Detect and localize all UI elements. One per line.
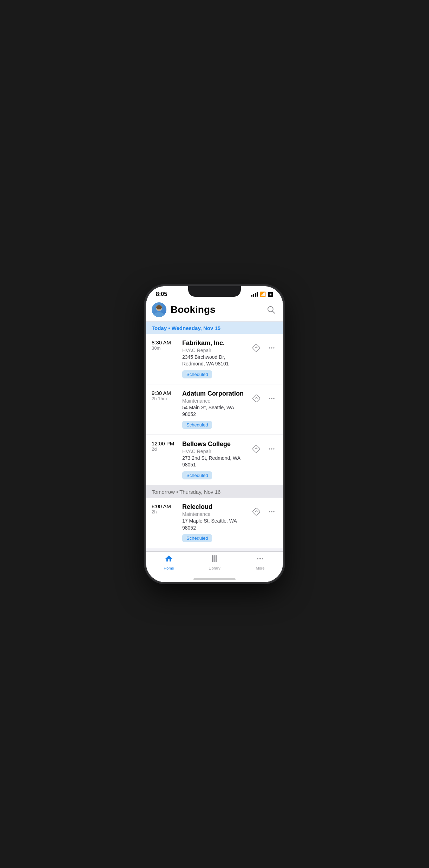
more-icon xyxy=(268,344,275,351)
svg-point-11 xyxy=(273,347,275,349)
svg-point-29 xyxy=(262,558,263,559)
status-badge-1: Scheduled xyxy=(182,370,212,378)
booking-actions-1 xyxy=(251,339,277,354)
svg-point-4 xyxy=(158,308,158,308)
search-button[interactable] xyxy=(265,303,277,316)
svg-rect-20 xyxy=(252,508,260,516)
status-badge-3: Scheduled xyxy=(182,471,212,479)
booking-details-3: Bellows College HVAC Repair 273 2nd St, … xyxy=(182,440,248,479)
booking-item: 12:00 PM 2d Bellows College HVAC Repair … xyxy=(146,435,283,485)
svg-point-15 xyxy=(273,398,275,399)
tab-home[interactable]: Home xyxy=(146,554,192,570)
booking-details-1: Fabrikam, Inc. HVAC Repair 2345 Birchwoo… xyxy=(182,339,248,378)
svg-point-18 xyxy=(271,448,272,450)
home-indicator xyxy=(193,578,236,580)
home-icon xyxy=(165,554,173,565)
more-icon xyxy=(268,395,275,402)
scroll-content[interactable]: Today • Wednesday, Nov 15 8:30 AM 30m Fa… xyxy=(146,322,283,561)
svg-rect-12 xyxy=(252,394,260,402)
booking-item: 8:00 AM 2h Relecloud Maintenance 17 Mapl… xyxy=(146,498,283,548)
status-icons: 📶 ■ xyxy=(251,291,273,297)
svg-point-17 xyxy=(269,448,270,450)
more-button-3[interactable] xyxy=(266,443,277,455)
date-header-tomorrow: Tomorrow • Thursday, Nov 16 xyxy=(146,485,283,498)
svg-line-7 xyxy=(273,311,275,313)
svg-point-22 xyxy=(271,511,272,512)
svg-point-19 xyxy=(273,448,275,450)
svg-point-5 xyxy=(160,308,160,308)
svg-point-23 xyxy=(273,511,275,512)
booking-item: 9:30 AM 2h 15m Adatum Corporation Mainte… xyxy=(146,384,283,435)
tab-library[interactable]: Library xyxy=(192,554,237,570)
more-button-2[interactable] xyxy=(266,393,277,404)
booking-actions-4 xyxy=(251,503,277,517)
booking-details-2: Adatum Corporation Maintenance 54 Main S… xyxy=(182,390,248,429)
booking-time-2: 9:30 AM 2h 15m xyxy=(152,390,178,401)
tab-bar: Home Library xyxy=(146,551,283,582)
tab-more-label: More xyxy=(256,566,264,570)
svg-rect-24 xyxy=(212,555,213,562)
svg-point-9 xyxy=(269,347,270,349)
app-title: Bookings xyxy=(171,304,265,315)
navigate-icon xyxy=(252,444,261,453)
svg-point-13 xyxy=(269,398,270,399)
wifi-icon: 📶 xyxy=(260,291,266,297)
more-icon xyxy=(268,508,275,515)
svg-point-28 xyxy=(259,558,261,559)
signal-icon xyxy=(251,292,258,297)
booking-actions-3 xyxy=(251,440,277,455)
navigate-button-4[interactable] xyxy=(251,506,262,517)
svg-point-10 xyxy=(271,347,272,349)
booking-actions-2 xyxy=(251,390,277,404)
svg-rect-25 xyxy=(214,555,215,562)
booking-time-1: 8:30 AM 30m xyxy=(152,339,178,351)
svg-rect-26 xyxy=(216,555,217,562)
navigate-icon xyxy=(252,343,261,352)
battery-icon: ■ xyxy=(268,292,273,297)
app-header: Bookings xyxy=(146,299,283,322)
navigate-button-3[interactable] xyxy=(251,443,262,455)
svg-point-27 xyxy=(257,558,258,559)
svg-point-3 xyxy=(156,305,162,309)
status-badge-4: Scheduled xyxy=(182,534,212,542)
more-button-4[interactable] xyxy=(266,506,277,517)
svg-rect-16 xyxy=(252,445,260,453)
phone-frame: 8:05 📶 ■ xyxy=(146,286,283,582)
phone-screen: 8:05 📶 ■ xyxy=(146,286,283,582)
svg-point-6 xyxy=(268,307,273,312)
avatar[interactable] xyxy=(152,302,166,317)
booking-item: 8:30 AM 30m Fabrikam, Inc. HVAC Repair 2… xyxy=(146,334,283,384)
person-svg xyxy=(152,302,166,317)
more-icon xyxy=(268,445,275,452)
navigate-button-1[interactable] xyxy=(251,342,262,354)
navigate-button-2[interactable] xyxy=(251,393,262,404)
svg-rect-8 xyxy=(252,344,260,352)
booking-details-4: Relecloud Maintenance 17 Maple St, Seatt… xyxy=(182,503,248,542)
date-header-today: Today • Wednesday, Nov 15 xyxy=(146,322,283,334)
tab-library-label: Library xyxy=(209,566,220,570)
avatar-image xyxy=(152,302,166,317)
navigate-icon xyxy=(252,507,261,516)
search-icon xyxy=(267,306,275,314)
more-dots-icon xyxy=(256,554,264,565)
library-icon xyxy=(210,554,219,565)
navigate-icon xyxy=(252,394,261,403)
svg-point-1 xyxy=(154,312,164,317)
tab-more[interactable]: More xyxy=(237,554,283,570)
booking-time-4: 8:00 AM 2h xyxy=(152,503,178,514)
booking-time-3: 12:00 PM 2d xyxy=(152,440,178,452)
notch xyxy=(188,286,241,297)
status-time: 8:05 xyxy=(156,291,167,297)
svg-point-21 xyxy=(269,511,270,512)
status-badge-2: Scheduled xyxy=(182,421,212,429)
svg-point-14 xyxy=(271,398,272,399)
tab-home-label: Home xyxy=(164,566,174,570)
more-button-1[interactable] xyxy=(266,342,277,354)
